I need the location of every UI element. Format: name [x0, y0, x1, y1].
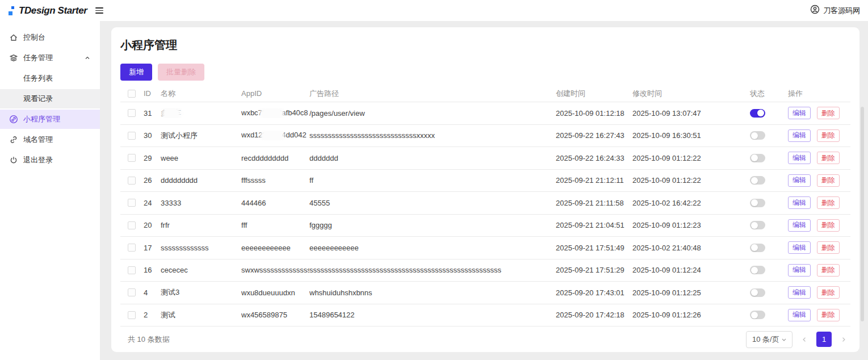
edit-button[interactable]: 编辑 [788, 309, 811, 321]
cell-path: ssssssssssssssssssssssssssssssssssssssss… [309, 266, 556, 274]
edit-button[interactable]: 编辑 [788, 107, 811, 119]
cell-name: ddddddddd [161, 176, 241, 185]
table-row: 30 测试小程序 wxd123c4dd042 sssssssssssssssss… [120, 125, 850, 148]
delete-button[interactable]: 删除 [817, 241, 840, 254]
cell-path: ff [309, 176, 556, 185]
status-toggle[interactable] [750, 131, 765, 140]
cell-appid: recddddddddd [241, 154, 309, 162]
edit-button[interactable]: 编辑 [788, 264, 811, 277]
cell-id: 2 [144, 311, 161, 319]
cell-appid: wxu8dueuuudxn [241, 288, 309, 297]
select-all-checkbox[interactable] [128, 90, 136, 98]
edit-button[interactable]: 编辑 [788, 286, 811, 299]
status-toggle[interactable] [750, 288, 765, 297]
edit-button[interactable]: 编辑 [788, 152, 811, 164]
prev-page-button[interactable] [798, 333, 811, 346]
sidebar-item-miniapp[interactable]: 小程序管理 [0, 110, 100, 129]
sidebar-item-sub[interactable]: 任务列表 [0, 69, 100, 88]
status-toggle[interactable] [750, 176, 765, 185]
censor-blur [164, 109, 179, 118]
delete-button[interactable]: 删除 [817, 129, 840, 142]
cell-id: 4 [144, 288, 161, 297]
delete-button[interactable]: 删除 [817, 107, 840, 119]
page-size-select[interactable]: 10 条/页 [746, 331, 792, 348]
row-checkbox[interactable] [128, 109, 136, 117]
cell-modified-time: 2025-10-02 21:40:48 [632, 244, 750, 252]
cell-modified-time: 2025-10-09 01:12:22 [632, 176, 750, 185]
cell-created-time: 2025-09-20 17:42:18 [556, 311, 632, 319]
col-header-modified: 修改时间 [632, 89, 750, 99]
add-button[interactable]: 新增 [120, 64, 152, 81]
status-toggle[interactable] [750, 199, 765, 207]
table-row: 26 ddddddddd fffsssss ff 2025-09-21 21:1… [120, 170, 850, 192]
row-checkbox[interactable] [128, 244, 136, 252]
delete-button[interactable]: 删除 [817, 219, 840, 232]
vertical-scrollbar[interactable] [861, 107, 864, 321]
cell-modified-time: 2025-10-09 01:12:26 [632, 311, 750, 319]
row-checkbox[interactable] [128, 288, 136, 296]
cell-name: 测试 [161, 310, 241, 320]
status-toggle[interactable] [750, 154, 765, 162]
total-count: 共 10 条数据 [128, 334, 170, 345]
miniapp-icon [9, 115, 18, 124]
sidebar-item-label: 任务管理 [23, 53, 53, 63]
menu-toggle-icon[interactable] [95, 6, 106, 15]
cell-appid: wxbc782afb40c8 [241, 108, 309, 118]
power-icon [9, 156, 18, 165]
cell-appid: wxd123c4dd042 [241, 131, 309, 140]
page-number-button[interactable]: 1 [816, 332, 832, 347]
edit-button[interactable]: 编辑 [788, 241, 811, 254]
cell-appid: fffsssss [241, 176, 309, 185]
row-checkbox[interactable] [128, 266, 136, 274]
cell-id: 17 [144, 244, 161, 252]
status-toggle[interactable] [750, 244, 765, 252]
cell-path: sssssssssssssssssssssssssssssxxxxx [309, 131, 556, 140]
row-checkbox[interactable] [128, 311, 136, 319]
row-checkbox[interactable] [128, 132, 136, 140]
row-checkbox[interactable] [128, 199, 136, 207]
delete-button[interactable]: 删除 [817, 286, 840, 299]
row-checkbox[interactable] [128, 177, 136, 185]
app-title: TDesign Starter [19, 5, 87, 16]
cell-created-time: 2025-09-21 17:51:29 [556, 266, 632, 274]
edit-button[interactable]: 编辑 [788, 219, 811, 232]
status-toggle[interactable] [750, 266, 765, 274]
delete-button[interactable]: 删除 [817, 309, 840, 321]
layers-icon [9, 53, 18, 62]
status-toggle[interactable] [750, 109, 765, 118]
delete-button[interactable]: 删除 [817, 196, 840, 209]
cell-created-time: 2025-09-22 16:27:43 [556, 131, 632, 140]
sidebar-item-power[interactable]: 退出登录 [0, 150, 100, 170]
sidebar: 控制台任务管理任务列表观看记录小程序管理域名管理退出登录 [0, 21, 100, 360]
app-logo: TDesign Starter [7, 5, 87, 16]
sidebar-item-layers[interactable]: 任务管理 [0, 48, 100, 68]
chevron-up-icon [84, 55, 91, 63]
sidebar-item-link[interactable]: 域名管理 [0, 130, 100, 149]
status-toggle[interactable] [750, 221, 765, 229]
batch-delete-button[interactable]: 批量删除 [158, 64, 204, 81]
edit-button[interactable]: 编辑 [788, 174, 811, 187]
cell-modified-time: 2025-10-09 01:12:24 [632, 266, 750, 274]
sidebar-item-label: 小程序管理 [23, 114, 60, 124]
col-header-path: 广告路径 [309, 89, 556, 99]
table-row: 24 33333 444466 45555 2025-09-21 21:11:5… [120, 192, 850, 215]
row-checkbox[interactable] [128, 221, 136, 229]
cell-path: 15489654122 [309, 311, 556, 319]
cell-created-time: 2025-10-09 01:12:18 [556, 109, 632, 118]
delete-button[interactable]: 删除 [817, 152, 840, 164]
status-toggle[interactable] [750, 311, 765, 319]
edit-button[interactable]: 编辑 [788, 196, 811, 209]
row-checkbox[interactable] [128, 154, 136, 162]
delete-button[interactable]: 删除 [817, 264, 840, 277]
top-bar: TDesign Starter 刀客源码网 [0, 0, 868, 21]
delete-button[interactable]: 删除 [817, 174, 840, 187]
next-page-button[interactable] [837, 333, 850, 346]
cell-name: 多车 [161, 108, 241, 118]
cell-modified-time: 2025-10-09 01:12:22 [632, 154, 750, 162]
cell-appid: wx456589875 [241, 311, 309, 319]
sidebar-item-home[interactable]: 控制台 [0, 28, 100, 47]
sidebar-item-sub[interactable]: 观看记录 [0, 89, 100, 108]
cell-created-time: 2025-09-21 17:51:49 [556, 244, 632, 252]
user-chip[interactable]: 刀客源码网 [810, 5, 860, 16]
edit-button[interactable]: 编辑 [788, 129, 811, 142]
